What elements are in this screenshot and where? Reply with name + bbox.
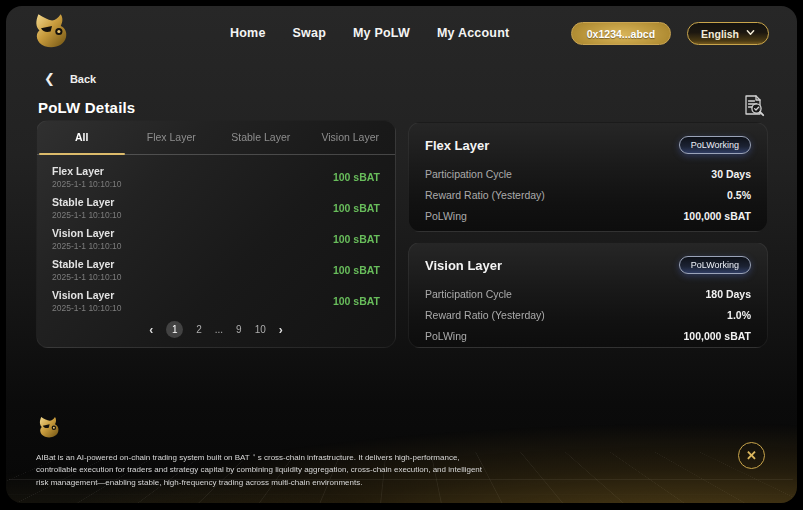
record-timestamp: 2025-1-1 10:10:10	[52, 272, 121, 282]
row-label: Reward Ratio (Yesterday)	[425, 309, 545, 321]
tab-vision-layer[interactable]: Vision Layer	[306, 121, 396, 154]
pagination-page-9[interactable]: 9	[236, 324, 242, 335]
record-amount: 100 sBAT	[333, 264, 380, 276]
card-row: Reward Ratio (Yesterday) 1.0%	[425, 304, 751, 325]
record-layer: Flex Layer	[52, 165, 121, 177]
polworking-badge: PoLWorking	[679, 256, 751, 274]
pagination-next-icon[interactable]: ›	[279, 323, 283, 337]
record-layer: Stable Layer	[52, 258, 121, 270]
records-list: Flex Layer 2025-1-1 10:10:10 100 sBAT St…	[37, 155, 395, 316]
record-row[interactable]: Vision Layer 2025-1-1 10:10:10 100 sBAT	[52, 223, 380, 254]
card-header: Flex Layer PoLWorking	[425, 136, 751, 154]
x-social-button[interactable]: ✕	[738, 442, 765, 469]
back-button[interactable]: ❮ Back	[44, 72, 96, 85]
row-value: 180 Days	[705, 288, 751, 300]
nav-my-polw[interactable]: My PoLW	[353, 26, 410, 40]
nav-swap[interactable]: Swap	[293, 26, 326, 40]
chevron-down-icon	[746, 28, 755, 37]
card-row: PoLWing 100,000 sBAT	[425, 205, 751, 226]
pagination-page-10[interactable]: 10	[255, 324, 266, 335]
row-value: 100,000 sBAT	[683, 330, 751, 342]
wallet-address-button[interactable]: 0x1234...abcd	[571, 22, 671, 45]
record-row[interactable]: Stable Layer 2025-1-1 10:10:10 100 sBAT	[52, 254, 380, 285]
nav-home[interactable]: Home	[230, 26, 266, 40]
language-selector[interactable]: English	[687, 22, 769, 45]
row-label: Participation Cycle	[425, 288, 512, 300]
nav-my-account[interactable]: My Account	[437, 26, 509, 40]
polworking-badge: PoLWorking	[679, 136, 751, 154]
record-amount: 100 sBAT	[333, 202, 380, 214]
record-main: Vision Layer 2025-1-1 10:10:10	[52, 227, 121, 251]
record-timestamp: 2025-1-1 10:10:10	[52, 241, 121, 251]
card-row: PoLWing 100,000 sBAT	[425, 325, 751, 346]
record-main: Flex Layer 2025-1-1 10:10:10	[52, 165, 121, 189]
tab-flex-layer[interactable]: Flex Layer	[127, 121, 217, 154]
row-value: 1.0%	[727, 309, 751, 321]
header-controls: 0x1234...abcd English	[571, 22, 769, 45]
record-layer: Vision Layer	[52, 289, 121, 301]
wallet-address-label: 0x1234...abcd	[587, 28, 655, 40]
record-main: Stable Layer 2025-1-1 10:10:10	[52, 258, 121, 282]
pagination-ellipsis: ...	[215, 324, 223, 335]
row-label: PoLWing	[425, 330, 467, 342]
record-amount: 100 sBAT	[333, 171, 380, 183]
x-logo-icon: ✕	[746, 448, 757, 463]
pagination-page-1[interactable]: 1	[166, 321, 183, 338]
row-value: 30 Days	[711, 168, 751, 180]
card-row: Reward Ratio (Yesterday) 0.5%	[425, 184, 751, 205]
record-timestamp: 2025-1-1 10:10:10	[52, 179, 121, 189]
pagination-page-2[interactable]: 2	[196, 324, 202, 335]
language-label: English	[701, 28, 739, 40]
footer-about-text: AIBat is an AI-powered on-chain trading …	[36, 452, 492, 489]
row-label: PoLWing	[425, 210, 467, 222]
bat-logo-icon[interactable]	[30, 13, 72, 51]
card-row: Participation Cycle 30 Days	[425, 163, 751, 184]
card-title: Vision Layer	[425, 258, 502, 273]
pagination-prev-icon[interactable]: ‹	[149, 323, 153, 337]
tab-stable-layer[interactable]: Stable Layer	[216, 121, 306, 154]
record-amount: 100 sBAT	[333, 233, 380, 245]
record-main: Stable Layer 2025-1-1 10:10:10	[52, 196, 121, 220]
layer-tabs: All Flex Layer Stable Layer Vision Layer	[37, 121, 395, 155]
record-row[interactable]: Vision Layer 2025-1-1 10:10:10 100 sBAT	[52, 285, 380, 316]
row-label: Reward Ratio (Yesterday)	[425, 189, 545, 201]
card-row: Participation Cycle 180 Days	[425, 283, 751, 304]
row-value: 100,000 sBAT	[683, 210, 751, 222]
records-panel: All Flex Layer Stable Layer Vision Layer…	[36, 120, 396, 348]
record-timestamp: 2025-1-1 10:10:10	[52, 210, 121, 220]
record-layer: Vision Layer	[52, 227, 121, 239]
back-label: Back	[70, 73, 96, 85]
card-title: Flex Layer	[425, 138, 489, 153]
app-window: Home Swap My PoLW My Account 0x1234...ab…	[6, 6, 797, 503]
pagination: ‹ 1 2 ... 9 10 ›	[37, 321, 395, 338]
record-main: Vision Layer 2025-1-1 10:10:10	[52, 289, 121, 313]
row-label: Participation Cycle	[425, 168, 512, 180]
chevron-left-icon: ❮	[44, 72, 55, 85]
document-audit-icon[interactable]	[739, 92, 769, 122]
page-title: PoLW Details	[38, 99, 135, 116]
main-nav: Home Swap My PoLW My Account	[230, 6, 509, 60]
record-layer: Stable Layer	[52, 196, 121, 208]
tab-all[interactable]: All	[37, 121, 127, 154]
record-row[interactable]: Stable Layer 2025-1-1 10:10:10 100 sBAT	[52, 192, 380, 223]
record-row[interactable]: Flex Layer 2025-1-1 10:10:10 100 sBAT	[52, 161, 380, 192]
footer-bat-logo-icon	[36, 416, 62, 440]
vision-layer-card: Vision Layer PoLWorking Participation Cy…	[408, 242, 768, 348]
card-header: Vision Layer PoLWorking	[425, 256, 751, 274]
flex-layer-card: Flex Layer PoLWorking Participation Cycl…	[408, 122, 768, 232]
record-timestamp: 2025-1-1 10:10:10	[52, 303, 121, 313]
row-value: 0.5%	[727, 189, 751, 201]
record-amount: 100 sBAT	[333, 295, 380, 307]
